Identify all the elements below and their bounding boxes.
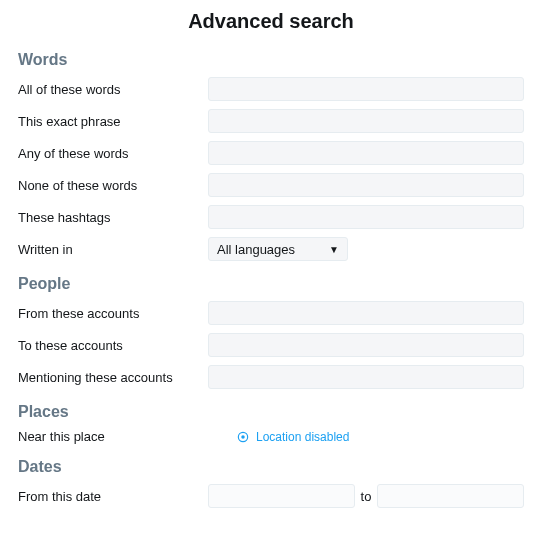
section-people-header: People: [18, 275, 524, 293]
page-title: Advanced search: [18, 10, 524, 33]
chevron-down-icon: ▼: [329, 244, 339, 255]
label-from-accounts: From these accounts: [18, 306, 208, 321]
label-mentioning-accounts: Mentioning these accounts: [18, 370, 208, 385]
select-language[interactable]: All languages ▼: [208, 237, 348, 261]
label-all-words: All of these words: [18, 82, 208, 97]
input-none-words[interactable]: [208, 173, 524, 197]
section-places-header: Places: [18, 403, 524, 421]
section-dates-header: Dates: [18, 458, 524, 476]
input-hashtags[interactable]: [208, 205, 524, 229]
label-none-words: None of these words: [18, 178, 208, 193]
location-icon: [236, 430, 250, 444]
input-to-accounts[interactable]: [208, 333, 524, 357]
label-written-in: Written in: [18, 242, 208, 257]
input-mentioning-accounts[interactable]: [208, 365, 524, 389]
select-language-value: All languages: [217, 242, 295, 257]
label-to-accounts: To these accounts: [18, 338, 208, 353]
label-hashtags: These hashtags: [18, 210, 208, 225]
input-date-from[interactable]: [208, 484, 355, 508]
svg-point-1: [241, 435, 245, 439]
input-exact-phrase[interactable]: [208, 109, 524, 133]
input-from-accounts[interactable]: [208, 301, 524, 325]
label-exact-phrase: This exact phrase: [18, 114, 208, 129]
input-all-words[interactable]: [208, 77, 524, 101]
location-status-text: Location disabled: [256, 430, 349, 444]
section-words-header: Words: [18, 51, 524, 69]
label-any-words: Any of these words: [18, 146, 208, 161]
input-any-words[interactable]: [208, 141, 524, 165]
label-date-to: to: [361, 489, 372, 504]
location-status[interactable]: Location disabled: [208, 430, 524, 444]
input-date-to[interactable]: [377, 484, 524, 508]
label-from-date: From this date: [18, 489, 208, 504]
label-near-place: Near this place: [18, 429, 208, 444]
